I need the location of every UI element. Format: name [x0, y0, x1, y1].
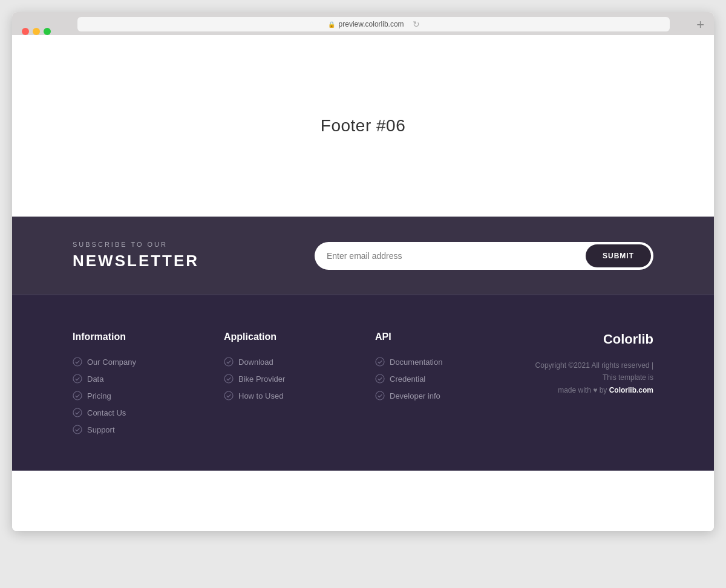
- svg-point-10: [376, 391, 384, 400]
- footer-col-application-title: Application: [224, 332, 351, 342]
- svg-point-5: [224, 358, 233, 366]
- footer-link-our-company[interactable]: Our Company: [73, 357, 200, 367]
- bottom-area: [12, 471, 714, 531]
- footer-link-developer-info[interactable]: Developer info: [375, 391, 502, 400]
- footer-col-application: Application Download: [224, 332, 351, 434]
- page-title: Footer #06: [321, 116, 405, 136]
- svg-point-4: [73, 425, 82, 434]
- footer-link-download[interactable]: Download: [224, 357, 351, 367]
- newsletter-label: SUBSCRIBE TO OUR NEWSLETTER: [73, 241, 199, 270]
- footer-links-information: Our Company Data: [73, 357, 200, 434]
- footer-link-how-to-used[interactable]: How to Used: [224, 391, 351, 400]
- circle-check-icon: [224, 357, 234, 367]
- footer-link-pricing[interactable]: Pricing: [73, 391, 200, 400]
- circle-check-icon: [73, 374, 82, 384]
- footer-link-contact-us-label: Contact Us: [87, 408, 126, 417]
- svg-point-1: [73, 374, 82, 383]
- footer-brand-name: Colorlib: [603, 332, 653, 347]
- footer-link-documentation-label: Documentation: [390, 358, 442, 367]
- svg-point-7: [224, 391, 233, 400]
- address-bar[interactable]: 🔒 preview.colorlib.com ↻: [77, 17, 670, 31]
- footer-col-information-title: Information: [73, 332, 200, 342]
- circle-check-icon: [375, 391, 385, 400]
- newsletter-section: SUBSCRIBE TO OUR NEWSLETTER SUBMIT: [12, 217, 714, 295]
- footer-link-bike-provider-label: Bike Provider: [238, 374, 285, 384]
- footer-link-credential[interactable]: Credential: [375, 374, 502, 384]
- copyright-line1: Copyright ©2021 All rights reserved | Th…: [535, 361, 653, 382]
- footer-link-support[interactable]: Support: [73, 425, 200, 434]
- footer-col-information: Information Our Company: [73, 332, 200, 434]
- footer-link-data-label: Data: [87, 374, 103, 384]
- circle-check-icon: [375, 374, 385, 384]
- svg-point-9: [376, 374, 384, 383]
- reload-icon[interactable]: ↻: [413, 19, 420, 29]
- circle-check-icon: [73, 391, 82, 400]
- url-text: preview.colorlib.com: [339, 20, 404, 28]
- footer-link-contact-us[interactable]: Contact Us: [73, 408, 200, 417]
- footer-link-download-label: Download: [238, 358, 273, 367]
- newsletter-form: SUBMIT: [315, 242, 653, 270]
- svg-point-6: [224, 374, 233, 383]
- circle-check-icon: [73, 357, 82, 367]
- circle-check-icon: [375, 357, 385, 367]
- minimize-button[interactable]: [33, 28, 40, 35]
- newsletter-email-input[interactable]: [327, 251, 586, 261]
- copyright-brand-link[interactable]: Colorlib.com: [609, 386, 653, 394]
- footer-grid: Information Our Company: [73, 332, 653, 434]
- footer-link-developer-info-label: Developer info: [390, 391, 440, 400]
- browser-window: 🔒 preview.colorlib.com ↻ + Footer #06 SU…: [12, 12, 714, 531]
- footer-col-api-title: API: [375, 332, 502, 342]
- footer-links-api: Documentation Credential: [375, 357, 502, 400]
- footer-link-our-company-label: Our Company: [87, 358, 136, 367]
- circle-check-icon: [73, 408, 82, 417]
- circle-check-icon: [224, 374, 234, 384]
- circle-check-icon: [73, 425, 82, 434]
- footer-link-support-label: Support: [87, 425, 115, 434]
- copyright-line2: made with ♥ by: [558, 386, 607, 394]
- footer-link-credential-label: Credential: [390, 374, 425, 384]
- footer-link-data[interactable]: Data: [73, 374, 200, 384]
- page-header: Footer #06: [12, 35, 714, 217]
- maximize-button[interactable]: [44, 28, 51, 35]
- newsletter-sub-heading: SUBSCRIBE TO OUR: [73, 241, 199, 248]
- svg-point-0: [73, 358, 82, 366]
- circle-check-icon: [224, 391, 234, 400]
- close-button[interactable]: [22, 28, 29, 35]
- footer-col-brand: Colorlib Copyright ©2021 All rights rese…: [526, 332, 653, 434]
- browser-tabs-bar: 🔒 preview.colorlib.com ↻ +: [12, 12, 714, 35]
- content-area: Footer #06 SUBSCRIBE TO OUR NEWSLETTER S…: [12, 35, 714, 531]
- lock-icon: 🔒: [328, 21, 335, 28]
- svg-point-2: [73, 391, 82, 400]
- svg-point-3: [73, 408, 82, 417]
- footer-col-api: API Documentation: [375, 332, 502, 434]
- footer-link-pricing-label: Pricing: [87, 391, 111, 400]
- copyright-text: Copyright ©2021 All rights reserved | Th…: [526, 359, 653, 396]
- newsletter-main-heading: NEWSLETTER: [73, 252, 199, 270]
- footer-section: Information Our Company: [12, 295, 714, 471]
- footer-link-bike-provider[interactable]: Bike Provider: [224, 374, 351, 384]
- svg-point-8: [376, 358, 384, 366]
- newsletter-submit-button[interactable]: SUBMIT: [586, 244, 651, 267]
- traffic-lights: [22, 28, 51, 35]
- new-tab-button[interactable]: +: [696, 17, 704, 35]
- footer-link-how-to-used-label: How to Used: [238, 391, 283, 400]
- footer-link-documentation[interactable]: Documentation: [375, 357, 502, 367]
- footer-links-application: Download Bike Provider: [224, 357, 351, 400]
